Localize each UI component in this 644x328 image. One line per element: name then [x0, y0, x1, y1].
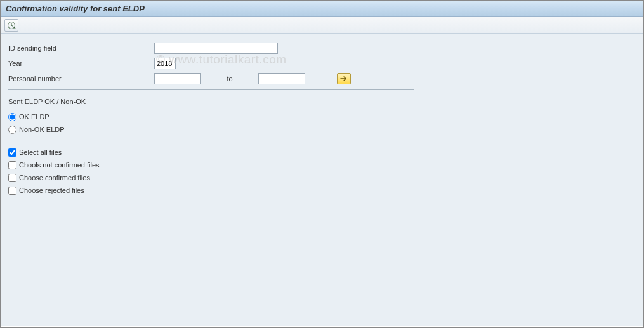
checkbox-confirmed[interactable] — [8, 174, 16, 182]
row-personal-number: Personal number to — [8, 72, 636, 86]
app-window: Confirmation validity for sent ELDP © ww… — [0, 0, 644, 328]
status-group-legend: Sent ELDP OK / Non-OK — [8, 98, 636, 105]
title-bar: Confirmation validity for sent ELDP — [1, 1, 643, 17]
check-row-rejected: Choose rejected files — [8, 184, 636, 197]
check-row-confirmed: Choose confirmed files — [8, 171, 636, 184]
checkbox-rejected[interactable] — [8, 187, 16, 195]
label-personal-number: Personal number — [8, 75, 154, 82]
content-area: © www.tutorialkart.com ID sending field … — [1, 34, 643, 326]
row-year: Year — [8, 56, 636, 70]
label-ok-eldp: OK ELDP — [19, 113, 49, 121]
checkbox-select-all[interactable] — [8, 148, 16, 157]
input-pernr-high[interactable] — [258, 73, 305, 84]
label-nonok-eldp: Non-OK ELDP — [19, 126, 65, 133]
separator — [8, 89, 414, 90]
check-row-not-confirmed: Chools not confirmed files — [8, 159, 636, 171]
label-to: to — [201, 75, 258, 82]
label-select-all: Select all files — [19, 148, 62, 156]
input-id-sending[interactable] — [154, 43, 278, 54]
check-row-select-all: Select all files — [8, 146, 636, 159]
input-year[interactable] — [154, 58, 176, 69]
input-pernr-low[interactable] — [154, 73, 201, 84]
clock-execute-icon — [7, 21, 16, 30]
checkbox-not-confirmed[interactable] — [8, 161, 16, 169]
radio-nonok-eldp[interactable] — [8, 126, 16, 134]
execute-button[interactable] — [4, 19, 18, 32]
label-year: Year — [8, 60, 154, 67]
radio-ok-eldp[interactable] — [8, 113, 16, 121]
radio-row-ok: OK ELDP — [8, 110, 636, 123]
label-not-confirmed: Chools not confirmed files — [19, 161, 100, 169]
radio-row-nonok: Non-OK ELDP — [8, 123, 636, 136]
app-toolbar — [1, 17, 643, 34]
arrow-right-icon — [340, 75, 348, 82]
label-confirmed: Choose confirmed files — [19, 174, 90, 181]
label-rejected: Choose rejected files — [19, 187, 84, 194]
label-id-sending: ID sending field — [8, 44, 154, 52]
page-title: Confirmation validity for sent ELDP — [6, 4, 145, 13]
row-id-sending: ID sending field — [8, 41, 636, 55]
multiple-selection-button[interactable] — [337, 73, 351, 84]
